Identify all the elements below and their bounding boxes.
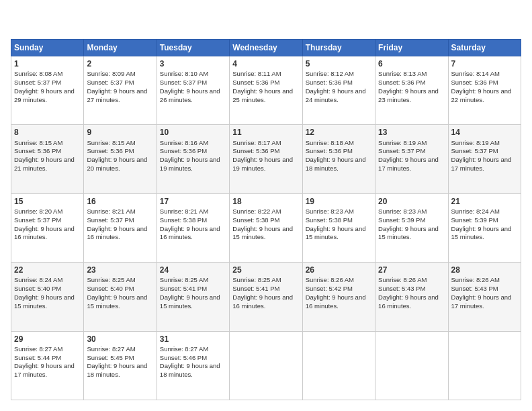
sunrise-text: Sunrise: 8:26 AM	[451, 276, 500, 283]
sunset-text: Sunset: 5:37 PM	[87, 216, 134, 224]
calendar-cell: 20Sunrise: 8:23 AMSunset: 5:39 PMDayligh…	[375, 193, 448, 262]
calendar-cell: 2Sunrise: 8:09 AMSunset: 5:37 PMDaylight…	[84, 56, 157, 125]
day-number: 19	[306, 196, 372, 207]
sunrise-text: Sunrise: 8:14 AM	[451, 70, 500, 77]
sunset-text: Sunset: 5:36 PM	[14, 147, 61, 154]
sunset-text: Sunset: 5:40 PM	[14, 285, 61, 292]
calendar-week-4: 22Sunrise: 8:24 AMSunset: 5:40 PMDayligh…	[11, 263, 521, 331]
calendar-cell: 8Sunrise: 8:15 AMSunset: 5:36 PMDaylight…	[11, 125, 84, 193]
daylight-text: Daylight: 9 hours and 16 minutes.	[378, 293, 439, 310]
sunset-text: Sunset: 5:36 PM	[232, 147, 279, 154]
calendar-cell: 9Sunrise: 8:15 AMSunset: 5:36 PMDaylight…	[84, 125, 157, 193]
daylight-text: Daylight: 9 hours and 16 minutes.	[160, 225, 220, 241]
sunrise-text: Sunrise: 8:25 AM	[87, 276, 135, 283]
sunrise-text: Sunrise: 8:17 AM	[232, 139, 281, 146]
logo-icon	[11, 11, 32, 32]
calendar-cell: 13Sunrise: 8:19 AMSunset: 5:37 PMDayligh…	[375, 125, 448, 193]
sunrise-text: Sunrise: 8:25 AM	[232, 276, 281, 283]
header	[11, 11, 521, 32]
daylight-text: Daylight: 9 hours and 24 minutes.	[306, 87, 366, 103]
day-header-wednesday: Wednesday	[230, 40, 302, 56]
sunset-text: Sunset: 5:36 PM	[87, 147, 134, 154]
day-number: 30	[87, 334, 153, 345]
day-number: 5	[306, 58, 372, 69]
sunset-text: Sunset: 5:44 PM	[14, 354, 61, 361]
calendar-week-2: 8Sunrise: 8:15 AMSunset: 5:36 PMDaylight…	[11, 125, 521, 193]
day-number: 1	[14, 58, 81, 69]
calendar-cell: 18Sunrise: 8:22 AMSunset: 5:38 PMDayligh…	[230, 193, 302, 262]
day-number: 27	[378, 265, 445, 275]
day-number: 13	[378, 127, 445, 138]
calendar-cell: 25Sunrise: 8:25 AMSunset: 5:41 PMDayligh…	[230, 263, 302, 331]
sunrise-text: Sunrise: 8:24 AM	[14, 276, 62, 283]
calendar-week-5: 29Sunrise: 8:27 AMSunset: 5:44 PMDayligh…	[11, 331, 521, 400]
daylight-text: Daylight: 9 hours and 15 minutes.	[451, 225, 512, 241]
sunset-text: Sunset: 5:36 PM	[160, 147, 207, 154]
sunset-text: Sunset: 5:39 PM	[451, 216, 498, 224]
daylight-text: Daylight: 9 hours and 20 minutes.	[87, 156, 147, 172]
calendar-cell: 3Sunrise: 8:10 AMSunset: 5:37 PMDaylight…	[157, 56, 229, 125]
daylight-text: Daylight: 9 hours and 15 minutes.	[378, 225, 439, 241]
daylight-text: Daylight: 9 hours and 29 minutes.	[14, 87, 75, 103]
sunset-text: Sunset: 5:39 PM	[378, 216, 425, 224]
calendar-cell	[302, 331, 375, 400]
sunrise-text: Sunrise: 8:10 AM	[160, 70, 208, 77]
calendar-cell: 7Sunrise: 8:14 AMSunset: 5:36 PMDaylight…	[448, 56, 521, 125]
day-number: 9	[87, 127, 153, 138]
daylight-text: Daylight: 9 hours and 17 minutes.	[451, 156, 512, 172]
sunrise-text: Sunrise: 8:22 AM	[232, 208, 281, 215]
calendar-cell: 27Sunrise: 8:26 AMSunset: 5:43 PMDayligh…	[375, 263, 448, 331]
calendar-cell: 5Sunrise: 8:12 AMSunset: 5:36 PMDaylight…	[302, 56, 375, 125]
calendar-cell: 12Sunrise: 8:18 AMSunset: 5:36 PMDayligh…	[302, 125, 375, 193]
daylight-text: Daylight: 9 hours and 15 minutes.	[14, 293, 75, 310]
sunrise-text: Sunrise: 8:20 AM	[14, 208, 62, 215]
calendar-cell: 16Sunrise: 8:21 AMSunset: 5:37 PMDayligh…	[84, 193, 157, 262]
calendar-week-1: 1Sunrise: 8:08 AMSunset: 5:37 PMDaylight…	[11, 56, 521, 125]
sunrise-text: Sunrise: 8:27 AM	[14, 345, 62, 353]
day-number: 20	[378, 196, 445, 207]
day-number: 21	[451, 196, 518, 207]
sunrise-text: Sunrise: 8:15 AM	[14, 139, 62, 146]
day-number: 28	[451, 265, 518, 275]
daylight-text: Daylight: 9 hours and 15 minutes.	[160, 293, 220, 310]
sunrise-text: Sunrise: 8:21 AM	[87, 208, 135, 215]
sunset-text: Sunset: 5:37 PM	[378, 147, 425, 154]
day-number: 12	[306, 127, 372, 138]
sunset-text: Sunset: 5:40 PM	[87, 285, 134, 292]
daylight-text: Daylight: 9 hours and 16 minutes.	[306, 293, 366, 310]
sunrise-text: Sunrise: 8:25 AM	[160, 276, 208, 283]
day-number: 24	[160, 265, 226, 275]
sunset-text: Sunset: 5:43 PM	[378, 285, 425, 292]
calendar-cell: 29Sunrise: 8:27 AMSunset: 5:44 PMDayligh…	[11, 331, 84, 400]
sunrise-text: Sunrise: 8:26 AM	[378, 276, 427, 283]
sunrise-text: Sunrise: 8:26 AM	[306, 276, 354, 283]
day-number: 22	[14, 265, 81, 275]
day-number: 16	[87, 196, 153, 207]
calendar-week-3: 15Sunrise: 8:20 AMSunset: 5:37 PMDayligh…	[11, 193, 521, 262]
calendar-cell: 6Sunrise: 8:13 AMSunset: 5:36 PMDaylight…	[375, 56, 448, 125]
sunset-text: Sunset: 5:37 PM	[14, 79, 61, 86]
calendar-cell: 14Sunrise: 8:19 AMSunset: 5:37 PMDayligh…	[448, 125, 521, 193]
logo	[11, 11, 32, 32]
sunset-text: Sunset: 5:41 PM	[160, 285, 207, 292]
day-header-tuesday: Tuesday	[157, 40, 229, 56]
daylight-text: Daylight: 9 hours and 16 minutes.	[87, 225, 147, 241]
daylight-text: Daylight: 9 hours and 25 minutes.	[232, 87, 293, 103]
calendar-cell	[375, 331, 448, 400]
daylight-text: Daylight: 9 hours and 18 minutes.	[87, 362, 147, 378]
calendar-cell: 24Sunrise: 8:25 AMSunset: 5:41 PMDayligh…	[157, 263, 229, 331]
sunrise-text: Sunrise: 8:08 AM	[14, 70, 62, 77]
day-number: 15	[14, 196, 81, 207]
sunset-text: Sunset: 5:45 PM	[87, 354, 134, 361]
sunset-text: Sunset: 5:36 PM	[306, 147, 353, 154]
day-number: 23	[87, 265, 153, 275]
day-number: 8	[14, 127, 81, 138]
daylight-text: Daylight: 9 hours and 26 minutes.	[160, 87, 220, 103]
day-header-thursday: Thursday	[302, 40, 375, 56]
sunrise-text: Sunrise: 8:09 AM	[87, 70, 135, 77]
day-number: 25	[232, 265, 299, 275]
calendar-cell: 4Sunrise: 8:11 AMSunset: 5:36 PMDaylight…	[230, 56, 302, 125]
day-header-monday: Monday	[84, 40, 157, 56]
day-number: 17	[160, 196, 226, 207]
calendar-cell: 15Sunrise: 8:20 AMSunset: 5:37 PMDayligh…	[11, 193, 84, 262]
